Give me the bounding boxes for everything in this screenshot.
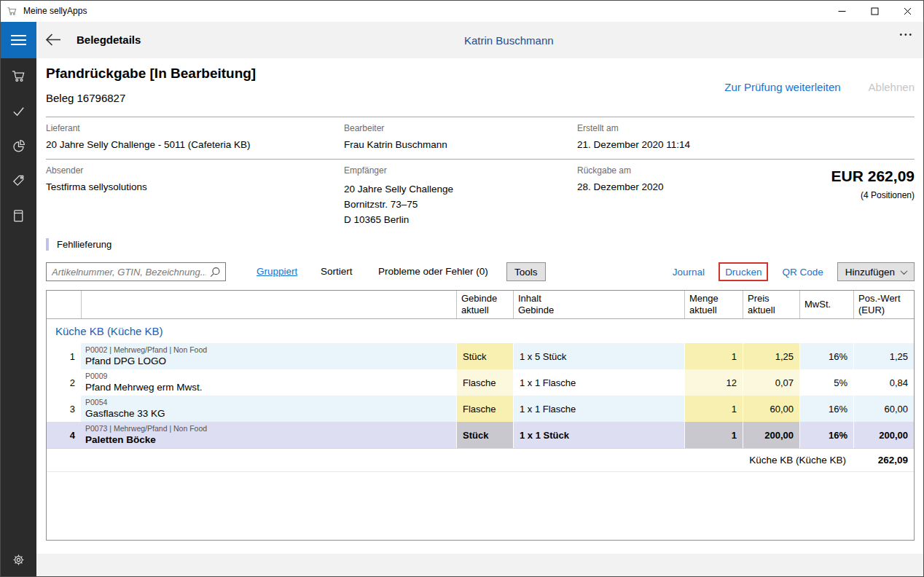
group-header: Küche KB (Küche KB)	[47, 319, 914, 343]
preis-cell[interactable]: 60,00	[743, 396, 799, 422]
group-footer-total: 262,09	[853, 449, 914, 471]
document-total: EUR 262,09 (4 Positionen)	[831, 168, 915, 200]
col-number	[47, 291, 81, 318]
menge-cell[interactable]: 1	[684, 396, 743, 422]
hamburger-menu-button[interactable]	[0, 22, 36, 58]
table-row[interactable]: 3 P0054Gasflasche 33 KG Flasche 1 x 1 Fl…	[47, 396, 914, 422]
article-cell: P0073 | Mehrweg/Pfand | Non FoodPaletten…	[81, 422, 456, 448]
total-amount: EUR 262,09	[831, 168, 915, 185]
section-tag-label: Fehllieferung	[57, 239, 111, 250]
col-mwst: MwSt.	[799, 291, 853, 318]
field-bearbeiter: Bearbeiter Frau Katrin Buschmann	[344, 123, 447, 150]
search-icon	[210, 267, 221, 280]
inhalt-cell: 1 x 5 Stück	[513, 343, 684, 369]
section-tag: Fehllieferung	[46, 238, 111, 251]
window-title: Meine sellyApps	[23, 6, 87, 16]
drucken-highlight-box: Drucken	[719, 262, 768, 281]
sidebar	[0, 58, 36, 577]
positions-toolbar: Gruppiert Sortiert Probleme oder Fehler …	[36, 262, 924, 282]
user-name-link[interactable]: Katrin Buschmann	[464, 34, 554, 47]
back-button[interactable]	[45, 33, 61, 50]
field-lieferant: Lieferant 20 Jahre Selly Challenge - 501…	[46, 123, 250, 150]
drucken-link[interactable]: Drucken	[725, 267, 761, 278]
mwst-cell: 16%	[799, 396, 853, 422]
field-erstellt-am: Erstellt am 21. Dezember 2020 11:14	[577, 123, 690, 150]
gebinde-cell[interactable]: Flasche	[456, 396, 513, 422]
col-menge-aktuell: Mengeaktuell	[684, 291, 743, 318]
preis-cell[interactable]: 0,07	[743, 369, 799, 396]
app-bar: Belegdetails Katrin Buschmann •••	[0, 22, 924, 58]
document-title: Pfandrückgabe [In Bearbeitung]	[46, 66, 256, 82]
wert-cell: 1,25	[853, 343, 914, 369]
gebinde-cell[interactable]: Stück	[456, 343, 513, 369]
mwst-cell: 16%	[799, 422, 853, 448]
content-area: Pfandrückgabe [In Bearbeitung] Beleg 167…	[36, 58, 924, 577]
gebinde-cell[interactable]: Flasche	[456, 369, 513, 396]
cart-icon[interactable]	[0, 58, 36, 93]
col-inhalt-gebinde: InhaltGebinde	[513, 291, 684, 318]
article-cell: P0054Gasflasche 33 KG	[81, 396, 456, 422]
col-pos-wert: Pos.-Wert(EUR)	[853, 291, 914, 318]
group-footer-row: Küche KB (Küche KB) 262,09	[47, 448, 914, 472]
maximize-button[interactable]	[858, 0, 891, 22]
positions-count: (4 Positionen)	[831, 190, 915, 200]
divider	[46, 159, 915, 160]
inhalt-cell: 1 x 1 Flasche	[513, 396, 684, 422]
app-icon	[7, 6, 17, 17]
wert-cell: 200,00	[853, 422, 914, 448]
col-gebinde-aktuell: Gebindeaktuell	[456, 291, 513, 318]
journal-link[interactable]: Journal	[673, 267, 705, 278]
chevron-down-icon	[901, 267, 908, 275]
hinzufuegen-button[interactable]: Hinzufügen	[837, 262, 915, 281]
close-button[interactable]	[891, 0, 924, 22]
menge-cell[interactable]: 1	[684, 422, 743, 448]
tools-button[interactable]: Tools	[506, 262, 546, 281]
article-cell: P0002 | Mehrweg/Pfand | Non FoodPfand DP…	[81, 343, 456, 369]
reject-button: Ablehnen	[869, 81, 915, 93]
probleme-fehler-link[interactable]: Probleme oder Fehler (0)	[378, 266, 488, 277]
divider	[46, 117, 915, 117]
field-absender: Absender Testfirma sellysolutions	[46, 165, 147, 192]
col-preis-aktuell: Preisaktuell	[743, 291, 799, 318]
price-tag-icon[interactable]	[0, 163, 36, 198]
sortiert-toggle[interactable]: Sortiert	[321, 266, 353, 277]
field-rueckgabe-am: Rückgabe am 28. Dezember 2020	[577, 165, 664, 192]
checkmark-icon[interactable]	[0, 93, 36, 128]
positions-table: Gebindeaktuell InhaltGebinde Mengeaktuel…	[46, 290, 915, 541]
table-header-row: Gebindeaktuell InhaltGebinde Mengeaktuel…	[47, 291, 914, 319]
article-cell: P0009Pfand Mehrweg erm Mwst.	[81, 369, 456, 396]
wert-cell: 60,00	[853, 396, 914, 422]
document-number: Beleg 16796827	[46, 92, 125, 104]
inhalt-cell: 1 x 1 Flasche	[513, 369, 684, 396]
title-bar: Meine sellyApps	[0, 0, 924, 22]
minimize-button[interactable]	[826, 0, 858, 22]
table-row[interactable]: 1 P0002 | Mehrweg/Pfand | Non FoodPfand …	[47, 343, 914, 369]
field-empfaenger: Empfänger 20 Jahre Selly Challenge Borni…	[344, 165, 453, 227]
preis-cell[interactable]: 200,00	[743, 422, 799, 448]
section-tag-bar	[46, 238, 49, 251]
search-input[interactable]	[47, 263, 225, 280]
more-options-button[interactable]: •••	[899, 31, 914, 39]
journal-book-icon[interactable]	[0, 198, 36, 233]
search-box[interactable]	[46, 262, 226, 281]
group-footer-label: Küche KB (Küche KB)	[47, 449, 853, 471]
menge-cell[interactable]: 1	[684, 343, 743, 369]
page-title: Belegdetails	[77, 34, 141, 46]
bottom-bar	[36, 554, 924, 577]
settings-gear-icon[interactable]	[0, 542, 36, 577]
preis-cell[interactable]: 1,25	[743, 343, 799, 369]
qr-code-link[interactable]: QR Code	[782, 267, 823, 278]
table-row-selected[interactable]: 4 P0073 | Mehrweg/Pfand | Non FoodPalett…	[47, 422, 914, 448]
wert-cell: 0,84	[853, 369, 914, 396]
table-row[interactable]: 2 P0009Pfand Mehrweg erm Mwst. Flasche 1…	[47, 369, 914, 396]
col-article	[81, 291, 456, 318]
mwst-cell: 5%	[799, 369, 853, 396]
mwst-cell: 16%	[799, 343, 853, 369]
inhalt-cell: 1 x 1 Stück	[513, 422, 684, 448]
gruppiert-toggle[interactable]: Gruppiert	[257, 266, 297, 277]
gebinde-cell[interactable]: Stück	[456, 422, 513, 448]
forward-for-review-button[interactable]: Zur Prüfung weiterleiten	[724, 81, 840, 93]
menge-cell[interactable]: 12	[684, 369, 743, 396]
pie-chart-icon[interactable]	[0, 128, 36, 163]
